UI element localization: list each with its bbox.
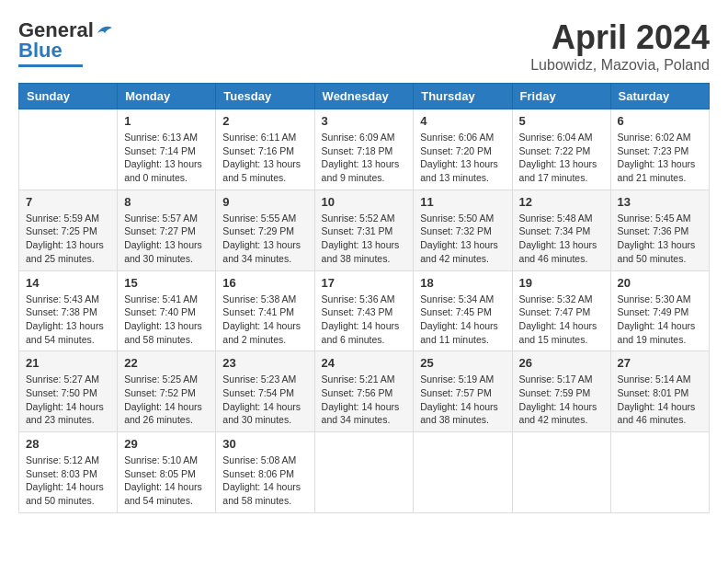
calendar-cell: 11Sunrise: 5:50 AMSunset: 7:32 PMDayligh… bbox=[414, 190, 512, 270]
logo-bird-icon bbox=[96, 24, 114, 37]
calendar-header-row: SundayMondayTuesdayWednesdayThursdayFrid… bbox=[19, 84, 710, 109]
logo-underline bbox=[18, 64, 83, 67]
title-block: April 2024 Lubowidz, Mazovia, Poland bbox=[530, 18, 710, 74]
calendar-cell: 6Sunrise: 6:02 AMSunset: 7:23 PMDaylight… bbox=[610, 109, 709, 190]
page-header: General Blue April 2024 Lubowidz, Mazovi… bbox=[18, 18, 710, 74]
calendar-cell bbox=[414, 432, 512, 513]
calendar-cell: 13Sunrise: 5:45 AMSunset: 7:36 PMDayligh… bbox=[610, 190, 709, 270]
day-number: 20 bbox=[618, 276, 702, 290]
cell-info: Sunrise: 5:12 AMSunset: 8:03 PMDaylight:… bbox=[26, 454, 110, 508]
calendar-cell: 29Sunrise: 5:10 AMSunset: 8:05 PMDayligh… bbox=[118, 432, 216, 513]
calendar-table: SundayMondayTuesdayWednesdayThursdayFrid… bbox=[18, 83, 710, 513]
calendar-cell: 18Sunrise: 5:34 AMSunset: 7:45 PMDayligh… bbox=[414, 270, 512, 351]
calendar-cell: 9Sunrise: 5:55 AMSunset: 7:29 PMDaylight… bbox=[216, 190, 314, 270]
calendar-cell: 24Sunrise: 5:21 AMSunset: 7:56 PMDayligh… bbox=[314, 351, 414, 432]
location: Lubowidz, Mazovia, Poland bbox=[530, 57, 710, 74]
cell-info: Sunrise: 5:27 AMSunset: 7:50 PMDaylight:… bbox=[26, 373, 110, 427]
cell-info: Sunrise: 5:43 AMSunset: 7:38 PMDaylight:… bbox=[26, 293, 110, 347]
day-number: 15 bbox=[124, 276, 209, 290]
cell-info: Sunrise: 5:08 AMSunset: 8:06 PMDaylight:… bbox=[222, 454, 307, 508]
cell-info: Sunrise: 5:21 AMSunset: 7:56 PMDaylight:… bbox=[322, 373, 407, 427]
day-header-thursday: Thursday bbox=[414, 84, 512, 109]
cell-info: Sunrise: 5:14 AMSunset: 8:01 PMDaylight:… bbox=[618, 373, 702, 427]
day-number: 25 bbox=[420, 356, 505, 370]
day-number: 16 bbox=[222, 276, 307, 290]
cell-info: Sunrise: 5:32 AMSunset: 7:47 PMDaylight:… bbox=[519, 293, 604, 347]
day-header-monday: Monday bbox=[118, 84, 216, 109]
cell-info: Sunrise: 5:48 AMSunset: 7:34 PMDaylight:… bbox=[519, 212, 604, 266]
day-number: 18 bbox=[420, 276, 505, 290]
cell-info: Sunrise: 5:17 AMSunset: 7:59 PMDaylight:… bbox=[519, 373, 604, 427]
day-number: 30 bbox=[222, 437, 307, 451]
day-number: 1 bbox=[124, 114, 209, 128]
day-number: 10 bbox=[322, 195, 407, 209]
calendar-cell: 30Sunrise: 5:08 AMSunset: 8:06 PMDayligh… bbox=[216, 432, 314, 513]
day-number: 7 bbox=[26, 195, 110, 209]
cell-info: Sunrise: 5:30 AMSunset: 7:49 PMDaylight:… bbox=[618, 293, 702, 347]
cell-info: Sunrise: 5:25 AMSunset: 7:52 PMDaylight:… bbox=[124, 373, 209, 427]
calendar-cell: 19Sunrise: 5:32 AMSunset: 7:47 PMDayligh… bbox=[512, 270, 610, 351]
calendar-cell: 22Sunrise: 5:25 AMSunset: 7:52 PMDayligh… bbox=[118, 351, 216, 432]
cell-info: Sunrise: 5:59 AMSunset: 7:25 PMDaylight:… bbox=[26, 212, 110, 266]
day-number: 12 bbox=[519, 195, 604, 209]
calendar-cell: 28Sunrise: 5:12 AMSunset: 8:03 PMDayligh… bbox=[19, 432, 118, 513]
cell-info: Sunrise: 6:06 AMSunset: 7:20 PMDaylight:… bbox=[420, 131, 505, 185]
day-number: 17 bbox=[322, 276, 407, 290]
calendar-week-5: 28Sunrise: 5:12 AMSunset: 8:03 PMDayligh… bbox=[19, 432, 710, 513]
calendar-cell: 17Sunrise: 5:36 AMSunset: 7:43 PMDayligh… bbox=[314, 270, 414, 351]
calendar-cell: 3Sunrise: 6:09 AMSunset: 7:18 PMDaylight… bbox=[314, 109, 414, 190]
calendar-cell: 27Sunrise: 5:14 AMSunset: 8:01 PMDayligh… bbox=[610, 351, 709, 432]
calendar-cell: 23Sunrise: 5:23 AMSunset: 7:54 PMDayligh… bbox=[216, 351, 314, 432]
day-number: 14 bbox=[26, 276, 110, 290]
cell-info: Sunrise: 5:52 AMSunset: 7:31 PMDaylight:… bbox=[322, 212, 407, 266]
cell-info: Sunrise: 5:38 AMSunset: 7:41 PMDaylight:… bbox=[222, 293, 307, 347]
calendar-week-4: 21Sunrise: 5:27 AMSunset: 7:50 PMDayligh… bbox=[19, 351, 710, 432]
calendar-cell bbox=[314, 432, 414, 513]
calendar-week-2: 7Sunrise: 5:59 AMSunset: 7:25 PMDaylight… bbox=[19, 190, 710, 270]
cell-info: Sunrise: 5:10 AMSunset: 8:05 PMDaylight:… bbox=[124, 454, 209, 508]
calendar-cell: 1Sunrise: 6:13 AMSunset: 7:14 PMDaylight… bbox=[118, 109, 216, 190]
day-header-tuesday: Tuesday bbox=[216, 84, 314, 109]
day-number: 26 bbox=[519, 356, 604, 370]
cell-info: Sunrise: 5:55 AMSunset: 7:29 PMDaylight:… bbox=[222, 212, 307, 266]
calendar-week-1: 1Sunrise: 6:13 AMSunset: 7:14 PMDaylight… bbox=[19, 109, 710, 190]
calendar-cell: 10Sunrise: 5:52 AMSunset: 7:31 PMDayligh… bbox=[314, 190, 414, 270]
cell-info: Sunrise: 6:02 AMSunset: 7:23 PMDaylight:… bbox=[618, 131, 702, 185]
logo-blue: Blue bbox=[18, 39, 63, 63]
calendar-header: SundayMondayTuesdayWednesdayThursdayFrid… bbox=[19, 84, 710, 109]
day-header-sunday: Sunday bbox=[19, 84, 118, 109]
calendar-cell bbox=[512, 432, 610, 513]
cell-info: Sunrise: 5:19 AMSunset: 7:57 PMDaylight:… bbox=[420, 373, 505, 427]
calendar-week-3: 14Sunrise: 5:43 AMSunset: 7:38 PMDayligh… bbox=[19, 270, 710, 351]
calendar-cell: 16Sunrise: 5:38 AMSunset: 7:41 PMDayligh… bbox=[216, 270, 314, 351]
calendar-cell: 26Sunrise: 5:17 AMSunset: 7:59 PMDayligh… bbox=[512, 351, 610, 432]
logo: General Blue bbox=[18, 18, 114, 67]
calendar-cell bbox=[610, 432, 709, 513]
cell-info: Sunrise: 5:41 AMSunset: 7:40 PMDaylight:… bbox=[124, 293, 209, 347]
day-header-saturday: Saturday bbox=[610, 84, 709, 109]
calendar-cell: 20Sunrise: 5:30 AMSunset: 7:49 PMDayligh… bbox=[610, 270, 709, 351]
calendar-cell: 2Sunrise: 6:11 AMSunset: 7:16 PMDaylight… bbox=[216, 109, 314, 190]
day-header-wednesday: Wednesday bbox=[314, 84, 414, 109]
calendar-cell bbox=[19, 109, 118, 190]
cell-info: Sunrise: 5:50 AMSunset: 7:32 PMDaylight:… bbox=[420, 212, 505, 266]
calendar-cell: 12Sunrise: 5:48 AMSunset: 7:34 PMDayligh… bbox=[512, 190, 610, 270]
calendar-cell: 4Sunrise: 6:06 AMSunset: 7:20 PMDaylight… bbox=[414, 109, 512, 190]
cell-info: Sunrise: 5:34 AMSunset: 7:45 PMDaylight:… bbox=[420, 293, 505, 347]
calendar-cell: 15Sunrise: 5:41 AMSunset: 7:40 PMDayligh… bbox=[118, 270, 216, 351]
day-header-friday: Friday bbox=[512, 84, 610, 109]
calendar-cell: 14Sunrise: 5:43 AMSunset: 7:38 PMDayligh… bbox=[19, 270, 118, 351]
day-number: 23 bbox=[222, 356, 307, 370]
day-number: 19 bbox=[519, 276, 604, 290]
day-number: 22 bbox=[124, 356, 209, 370]
calendar-cell: 25Sunrise: 5:19 AMSunset: 7:57 PMDayligh… bbox=[414, 351, 512, 432]
day-number: 27 bbox=[618, 356, 702, 370]
day-number: 2 bbox=[222, 114, 307, 128]
day-number: 29 bbox=[124, 437, 209, 451]
cell-info: Sunrise: 6:09 AMSunset: 7:18 PMDaylight:… bbox=[322, 131, 407, 185]
calendar-cell: 7Sunrise: 5:59 AMSunset: 7:25 PMDaylight… bbox=[19, 190, 118, 270]
cell-info: Sunrise: 5:36 AMSunset: 7:43 PMDaylight:… bbox=[322, 293, 407, 347]
cell-info: Sunrise: 6:04 AMSunset: 7:22 PMDaylight:… bbox=[519, 131, 604, 185]
cell-info: Sunrise: 6:11 AMSunset: 7:16 PMDaylight:… bbox=[222, 131, 307, 185]
calendar-cell: 8Sunrise: 5:57 AMSunset: 7:27 PMDaylight… bbox=[118, 190, 216, 270]
